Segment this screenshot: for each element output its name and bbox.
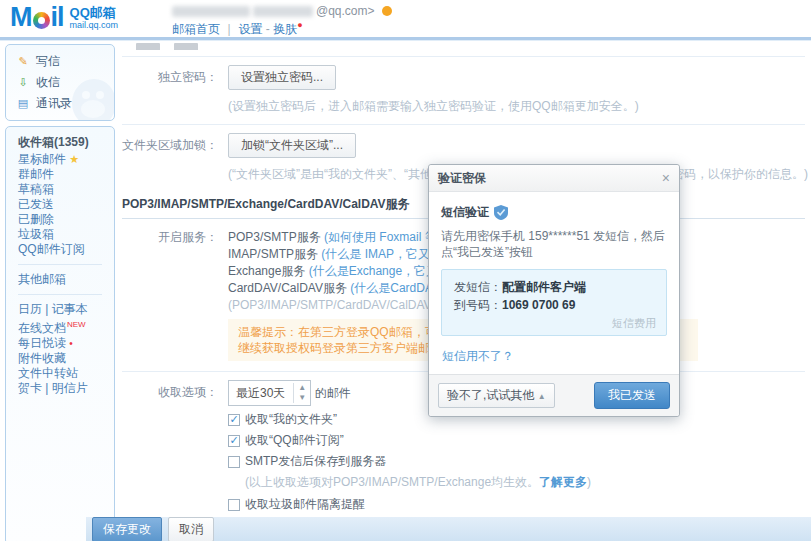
dialog-footer: 验不了,试试其他 ▲ 我已发送 bbox=[429, 374, 679, 416]
my-folder-checkbox[interactable]: ✓ bbox=[228, 414, 240, 426]
sidebar-actions-box: ✎ 写信 ⇩ 收信 ▤ 通讯录 bbox=[5, 44, 115, 121]
sms-send-line: 发短信：配置邮件客户端 bbox=[454, 278, 656, 296]
open-service-label: 开启服务： bbox=[122, 229, 218, 361]
star-icon: ★ bbox=[69, 153, 79, 165]
sidebar-folder-starred[interactable]: 星标邮件 ★ bbox=[18, 152, 114, 167]
new-badge: NEW bbox=[67, 320, 86, 329]
contacts-icon: ▤ bbox=[16, 97, 30, 111]
sidebar-folder-spam[interactable]: 垃圾箱 bbox=[18, 227, 114, 242]
spam-reminder-option: 收取垃圾邮件隔离提醒 bbox=[228, 497, 805, 512]
nav-separator: ｜ bbox=[223, 22, 235, 36]
nav-skin-link[interactable]: 换肤 bbox=[273, 22, 297, 36]
sidebar-item-receive[interactable]: ⇩ 收信 bbox=[16, 72, 114, 93]
logo-il: il bbox=[51, 2, 64, 33]
lock-folder-area-button[interactable]: 加锁“文件夹区域”... bbox=[228, 133, 356, 158]
spam-reminder-checkbox[interactable] bbox=[228, 499, 240, 511]
clipped-tab-text bbox=[136, 43, 805, 50]
bottom-action-bar: 保存更改 取消 bbox=[86, 517, 811, 541]
fetch-range-suffix: 的邮件 bbox=[315, 386, 351, 400]
independent-password-note: (设置独立密码后，进入邮箱需要输入独立密码验证，使用QQ邮箱更加安全。) bbox=[228, 99, 805, 114]
sidebar-folder-deleted[interactable]: 已删除 bbox=[18, 212, 114, 227]
dialog-body: 短信验证 请先用密保手机 159******51 发短信，然后点“我已发送”按钮… bbox=[429, 192, 679, 374]
header: M il QQ邮箱 mail.qq.com @qq.com> 邮箱首页 ｜ 设置… bbox=[0, 0, 811, 37]
sms-unavailable-link[interactable]: 短信用不了？ bbox=[442, 348, 514, 365]
compose-icon: ✎ bbox=[16, 55, 30, 69]
folder-lock-label: 文件夹区域加锁： bbox=[122, 133, 218, 182]
set-independent-password-button[interactable]: 设置独立密码... bbox=[228, 65, 336, 90]
verify-security-dialog: 验证密保 × 短信验证 请先用密保手机 159******51 发短信，然后点“… bbox=[428, 164, 680, 417]
independent-password-row: 独立密码： 设置独立密码... (设置独立密码后，进入邮箱需要输入独立密码验证，… bbox=[122, 65, 805, 114]
sms-instruction: 请先用密保手机 159******51 发短信，然后点“我已发送”按钮 bbox=[441, 228, 667, 260]
logo-qq-label: QQ邮箱 bbox=[70, 6, 119, 20]
i-have-sent-button[interactable]: 我已发送 bbox=[594, 382, 670, 409]
sms-verify-title-row: 短信验证 bbox=[441, 204, 667, 221]
status-dot-icon bbox=[382, 6, 392, 16]
chevron-down-icon: ▲▼ bbox=[293, 383, 306, 403]
inbox-icon: ⇩ bbox=[16, 76, 30, 90]
fetch-note-1: (以上收取选项对POP3/IMAP/SMTP/Exchange均生效。了解更多) bbox=[245, 474, 805, 491]
sidebar-folders-box: 收件箱(1359) 星标邮件 ★ 群邮件 草稿箱 已发送 已删除 垃圾箱 QQ邮… bbox=[5, 126, 115, 541]
sidebar-folder-sent[interactable]: 已发送 bbox=[18, 197, 114, 212]
sms-verify-title: 短信验证 bbox=[441, 204, 489, 221]
sidebar-folder-subscription[interactable]: QQ邮件订阅 bbox=[18, 242, 114, 257]
smtp-save-option: SMTP发信后保存到服务器 bbox=[228, 454, 805, 469]
sidebar-item-attachments[interactable]: 附件收藏 bbox=[18, 351, 114, 366]
receive-label: 收信 bbox=[36, 74, 60, 91]
sidebar-divider bbox=[18, 264, 102, 265]
chevron-up-icon: ▲ bbox=[538, 392, 546, 401]
account-email-suffix: @qq.com> bbox=[316, 4, 375, 18]
dialog-title: 验证密保 bbox=[438, 170, 486, 187]
sms-number: 1069 0700 69 bbox=[502, 298, 575, 312]
compose-label: 写信 bbox=[36, 53, 60, 70]
close-icon[interactable]: × bbox=[662, 171, 670, 185]
logo-wordmark: M il bbox=[10, 2, 64, 33]
smtp-save-checkbox[interactable] bbox=[228, 456, 240, 468]
sidebar-folder-inbox[interactable]: 收件箱(1359) bbox=[18, 135, 114, 150]
contacts-label: 通讯录 bbox=[36, 95, 72, 112]
save-changes-button[interactable]: 保存更改 bbox=[92, 517, 162, 541]
logo-color-ring-icon bbox=[33, 12, 50, 29]
sidebar-item-file-transfer[interactable]: 文件中转站 bbox=[18, 366, 114, 381]
sms-content: 配置邮件客户端 bbox=[502, 280, 586, 294]
dialog-header: 验证密保 × bbox=[429, 165, 679, 192]
skin-new-dot: ● bbox=[297, 20, 302, 30]
nav-mail-home-link[interactable]: 邮箱首页 bbox=[172, 22, 220, 36]
sms-number-line: 到号码：1069 0700 69 bbox=[454, 296, 656, 314]
account-info: @qq.com> bbox=[172, 4, 392, 18]
blurred-account-name bbox=[172, 6, 250, 17]
sidebar-item-online-docs[interactable]: 在线文档NEW bbox=[18, 317, 114, 336]
sidebar-folder-group[interactable]: 群邮件 bbox=[18, 167, 114, 182]
section-divider bbox=[122, 56, 805, 57]
section-divider bbox=[122, 124, 805, 125]
independent-password-label: 独立密码： bbox=[122, 65, 218, 114]
fetch-options-label: 收取选项： bbox=[122, 380, 218, 536]
sidebar-item-greeting-cards[interactable]: 贺卡 | 明信片 bbox=[18, 381, 114, 396]
cancel-button[interactable]: 取消 bbox=[168, 517, 214, 541]
logo-domain: mail.qq.com bbox=[70, 20, 119, 30]
sidebar-item-other-mail[interactable]: 其他邮箱 bbox=[18, 272, 114, 287]
sms-fee-note: 短信费用 bbox=[454, 316, 656, 331]
top-navigation: 邮箱首页 ｜ 设置 - 换肤● bbox=[172, 20, 303, 38]
qq-mail-settings-page: M il QQ邮箱 mail.qq.com @qq.com> 邮箱首页 ｜ 设置… bbox=[0, 0, 811, 541]
sidebar-item-contacts[interactable]: ▤ 通讯录 bbox=[16, 93, 114, 114]
red-dot-icon: • bbox=[69, 338, 73, 349]
logo-m: M bbox=[10, 2, 32, 33]
shield-icon bbox=[494, 205, 508, 220]
logo-sub: QQ邮箱 mail.qq.com bbox=[70, 2, 119, 30]
sidebar-folder-drafts[interactable]: 草稿箱 bbox=[18, 182, 114, 197]
nav-dash: - bbox=[266, 22, 270, 36]
fetch-range-dropdown[interactable]: 最近30天 ▲▼ bbox=[228, 380, 311, 406]
nav-settings-link[interactable]: 设置 bbox=[238, 22, 262, 36]
sms-info-box: 发短信：配置邮件客户端 到号码：1069 0700 69 短信费用 bbox=[441, 269, 667, 336]
try-other-methods-button[interactable]: 验不了,试试其他 ▲ bbox=[438, 383, 555, 408]
sidebar-item-calendar-notes[interactable]: 日历 | 记事本 bbox=[18, 302, 114, 317]
sidebar-divider bbox=[18, 294, 102, 295]
fetch-subscription-option: ✓ 收取“QQ邮件订阅” bbox=[228, 433, 805, 448]
subscription-checkbox[interactable]: ✓ bbox=[228, 435, 240, 447]
learn-more-link[interactable]: 了解更多 bbox=[539, 475, 587, 489]
sidebar-item-daily-read[interactable]: 每日悦读 • bbox=[18, 336, 114, 351]
sidebar-item-compose[interactable]: ✎ 写信 bbox=[16, 51, 114, 72]
fetch-range-value: 最近30天 bbox=[236, 385, 285, 402]
blurred-account-alias bbox=[253, 6, 313, 17]
qqmail-logo[interactable]: M il QQ邮箱 mail.qq.com bbox=[10, 2, 118, 33]
